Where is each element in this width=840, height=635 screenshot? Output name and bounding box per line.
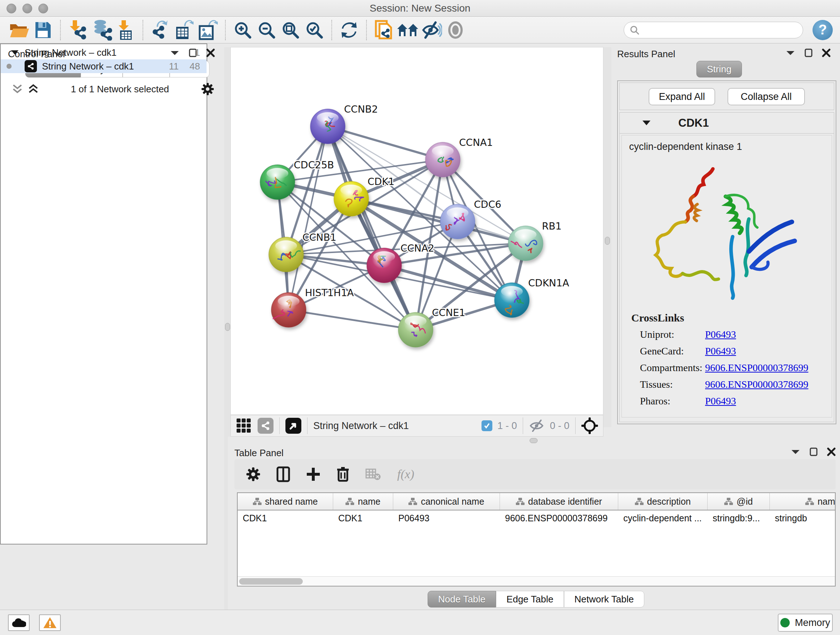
new-network-from-selection-button[interactable] [372, 19, 396, 41]
float-panel-icon[interactable] [805, 49, 813, 57]
expand-all-networks-icon[interactable] [28, 84, 39, 95]
grid-view-icon[interactable] [236, 418, 252, 434]
hidden-eye-slash-icon [529, 420, 545, 432]
network-graph[interactable]: CCNB2CCNA1CDC25BCDK1CDC6RB1CCNB1CCNA2CDK… [231, 48, 603, 415]
network-node-CDKN1A[interactable] [494, 283, 529, 318]
divider-grip[interactable] [605, 237, 610, 245]
network-collection-row[interactable]: String Network – cdk1 1 [1, 46, 207, 59]
column-header-canonical-name[interactable]: canonical name [393, 493, 500, 510]
import-network-database-button[interactable] [90, 19, 114, 41]
apply-layout-button[interactable] [337, 19, 361, 41]
network-node-HIST1H1A[interactable] [271, 293, 306, 327]
cloud-status-button[interactable] [8, 614, 30, 631]
expand-all-button[interactable]: Expand All [649, 88, 715, 105]
crosslink-link[interactable]: 9606.ENSP00000378699 [705, 379, 808, 390]
crosslink-link[interactable]: P06493 [705, 329, 736, 340]
table-toolbar: f(x) [234, 459, 836, 489]
selected-checkbox-icon[interactable] [482, 420, 493, 431]
birds-eye-view-icon[interactable] [581, 417, 598, 434]
table-horizontal-scrollbar[interactable] [238, 576, 835, 586]
table-options-gear-icon[interactable] [246, 467, 261, 481]
network-row-selected[interactable]: String Network – cdk1 11 48 [1, 59, 207, 73]
network-canvas[interactable]: CCNB2CCNA1CDC25BCDK1CDC6RB1CCNB1CCNA2CDK… [231, 47, 603, 415]
help-button[interactable]: ? [813, 20, 833, 40]
node-table[interactable]: shared namenamecanonical namedatabase id… [237, 492, 836, 586]
column-header-database-identifier[interactable]: database identifier [500, 493, 618, 510]
tab-node-table[interactable]: Node Table [428, 591, 496, 608]
tab-network-table[interactable]: Network Table [564, 591, 644, 608]
entry-expander-icon[interactable] [642, 120, 651, 126]
network-node-CCNB2[interactable] [310, 109, 345, 144]
open-session-button[interactable] [7, 19, 31, 41]
table-cell[interactable]: 9606.ENSP00000378699 [500, 513, 618, 524]
network-node-CCNB1[interactable] [269, 237, 303, 272]
crosslink-link[interactable]: P06493 [705, 345, 736, 357]
zoom-in-button[interactable] [231, 19, 255, 41]
network-node-CDC25B[interactable] [260, 165, 295, 200]
first-neighbors-button[interactable] [396, 19, 420, 41]
network-node-CCNE1[interactable] [398, 312, 433, 347]
table-cell[interactable]: cyclin-dependent ... [618, 513, 707, 524]
collapse-panel-icon[interactable] [786, 50, 795, 56]
tab-string[interactable]: String [696, 61, 742, 78]
network-node-CDK1[interactable] [334, 181, 369, 216]
tree-expander-icon[interactable] [11, 50, 19, 55]
zoom-fit-button[interactable] [279, 19, 302, 41]
results-panel-title: Results Panel [617, 49, 675, 60]
search-input[interactable] [640, 23, 798, 37]
network-edge[interactable] [289, 310, 416, 330]
import-table-button[interactable] [114, 19, 137, 41]
column-header-description[interactable]: description [618, 493, 707, 510]
network-node-RB1[interactable] [508, 226, 543, 261]
export-table-button[interactable] [172, 19, 196, 41]
column-header-namespace[interactable]: namespace [770, 493, 836, 510]
collapse-panel-icon[interactable] [791, 449, 800, 455]
close-panel-icon[interactable] [827, 448, 836, 456]
table-cell[interactable]: P06493 [393, 513, 500, 524]
table-row[interactable]: CDK1CDK1P064939606.ENSP00000378699cyclin… [238, 510, 835, 526]
close-panel-icon[interactable] [206, 49, 215, 57]
gene-entry-header[interactable]: CDK1 [620, 112, 834, 134]
network-node-CCNA1[interactable] [425, 142, 460, 177]
show-all-button[interactable] [444, 19, 467, 41]
export-image-button[interactable] [196, 19, 220, 41]
table-cell[interactable]: CDK1 [238, 513, 333, 524]
table-cell[interactable]: stringdb [770, 513, 836, 524]
detach-view-icon[interactable] [286, 418, 302, 434]
create-column-plus-icon[interactable] [306, 467, 321, 481]
column-header-shared-name[interactable]: shared name [238, 493, 333, 510]
node-label-CCNE1: CCNE1 [432, 307, 465, 318]
hide-selected-button[interactable] [420, 19, 444, 41]
scrollbar-thumb[interactable] [239, 578, 303, 585]
network-options-gear-icon[interactable] [201, 82, 214, 96]
collapse-all-button[interactable]: Collapse All [728, 88, 805, 105]
network-edge[interactable] [289, 126, 328, 310]
close-panel-icon[interactable] [822, 49, 831, 57]
import-network-file-button[interactable] [66, 19, 90, 41]
column-header--id[interactable]: @id [707, 493, 770, 510]
save-session-button[interactable] [31, 19, 55, 41]
collapse-all-networks-icon[interactable] [12, 84, 23, 95]
memory-button[interactable]: Memory [778, 614, 833, 632]
tab-edge-table[interactable]: Edge Table [496, 591, 564, 608]
network-node-CCNA2[interactable] [367, 248, 401, 283]
export-network-button[interactable] [148, 19, 172, 41]
network-thumbnail-icon[interactable] [257, 418, 273, 434]
show-columns-icon[interactable] [276, 466, 290, 482]
crosslink-link[interactable]: P06493 [705, 395, 736, 407]
float-panel-icon[interactable] [810, 448, 818, 456]
divider-grip[interactable] [530, 438, 538, 443]
table-cell[interactable]: stringdb:9... [707, 513, 770, 524]
crosslink-link[interactable]: 9606.ENSP00000378699 [705, 362, 808, 374]
network-node-CDC6[interactable] [440, 204, 475, 239]
zoom-selected-button[interactable] [302, 19, 326, 41]
network-view-title: String Network – cdk1 [313, 420, 409, 432]
node-label-CDC6: CDC6 [474, 199, 501, 210]
crosslink-label: Compartments: [622, 362, 705, 374]
delete-column-trash-icon[interactable] [336, 466, 349, 482]
column-header-name[interactable]: name [333, 493, 393, 510]
zoom-out-button[interactable] [255, 19, 279, 41]
warnings-button[interactable] [39, 614, 61, 631]
divider-grip[interactable] [225, 323, 230, 331]
table-cell[interactable]: CDK1 [333, 513, 393, 524]
